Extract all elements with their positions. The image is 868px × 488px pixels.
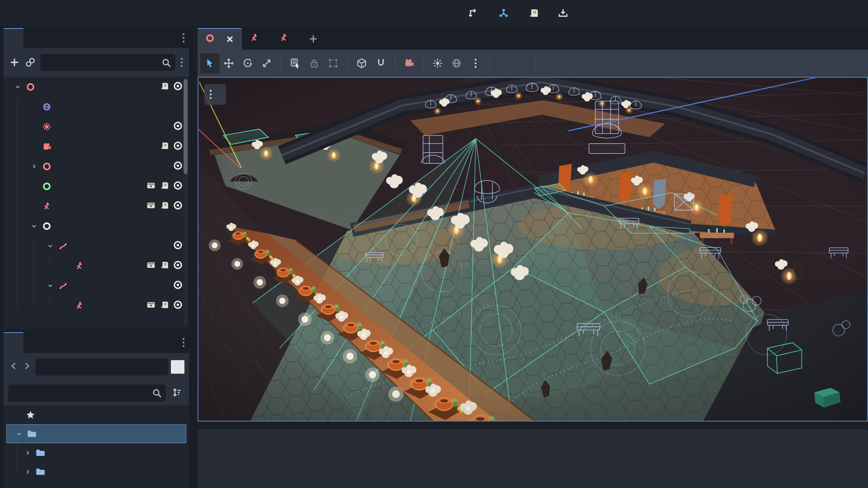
visibility-icon[interactable]: [173, 81, 183, 93]
chevron-down-icon[interactable]: [44, 283, 56, 288]
visibility-icon[interactable]: [173, 121, 183, 132]
select-tool-button[interactable]: [200, 53, 219, 73]
close-tab-icon[interactable]: ✕: [226, 34, 234, 45]
scene-tab-mushroom[interactable]: [242, 28, 271, 50]
move-tool-button[interactable]: [219, 53, 238, 73]
tree-row-enemymush-2[interactable]: [4, 296, 189, 315]
chevron-right-icon[interactable]: [28, 164, 40, 169]
menu-debug[interactable]: [27, 9, 41, 17]
visibility-icon[interactable]: [173, 300, 183, 311]
sort-files-icon[interactable]: [170, 387, 184, 400]
scene-tree-menu-icon[interactable]: [179, 58, 184, 67]
control-node-icon: [40, 182, 53, 191]
chevron-down-icon[interactable]: [13, 431, 25, 436]
tree-row-level-one[interactable]: [4, 77, 189, 97]
node3d-icon: [206, 34, 214, 45]
visibility-icon[interactable]: [173, 260, 183, 272]
menu-help[interactable]: [54, 9, 68, 17]
preview-environment-button[interactable]: [447, 53, 466, 73]
lock-selected-button[interactable]: [305, 53, 324, 73]
chevron-down-icon[interactable]: [44, 243, 56, 249]
scene-tree: [4, 77, 189, 329]
menu-project[interactable]: [14, 9, 27, 17]
projection-dropdown[interactable]: [204, 84, 226, 105]
output-log[interactable]: [198, 430, 868, 488]
tree-row-directionallight3d[interactable]: [4, 117, 189, 136]
preview-sunlight-button[interactable]: [428, 53, 447, 73]
tree-row-ui[interactable]: [4, 176, 189, 196]
scale-tool-button[interactable]: [257, 53, 276, 73]
scene-filter-input[interactable]: [40, 54, 175, 71]
search-icon: [151, 388, 161, 399]
tab-import[interactable]: [24, 28, 43, 48]
rotate-tool-button[interactable]: [238, 53, 257, 73]
fs-row-assets[interactable]: [4, 443, 189, 462]
tree-row-path3d[interactable]: [4, 236, 189, 256]
tree-row-environment[interactable]: [4, 156, 189, 176]
download-icon: [558, 8, 568, 18]
visibility-icon[interactable]: [173, 141, 183, 152]
characterbody3d-icon: [250, 33, 259, 44]
3d-viewport[interactable]: [198, 77, 868, 422]
filesystem-path-input[interactable]: [35, 358, 168, 375]
workspace-assetlib-button[interactable]: [558, 8, 572, 18]
camera-preview-button[interactable]: [400, 53, 419, 73]
workspace-3d-button[interactable]: [498, 8, 513, 19]
menu-scene[interactable]: [0, 9, 14, 17]
new-scene-tab-icon[interactable]: [301, 28, 326, 50]
fs-row-scenes[interactable]: [4, 462, 189, 481]
filesystem-panel-menu-icon[interactable]: [183, 338, 189, 347]
workspace-2d-button[interactable]: [468, 8, 483, 18]
fs-row-res-root[interactable]: [6, 424, 186, 443]
snap-mode-button[interactable]: [371, 53, 390, 73]
add-node-button[interactable]: [8, 54, 21, 71]
tree-row-player[interactable]: [4, 196, 189, 216]
scene-panel-menu-icon[interactable]: [183, 33, 189, 42]
chevron-down-icon[interactable]: [28, 223, 40, 229]
tree-row-enemymush-1[interactable]: [4, 256, 189, 276]
scene-tree-scrollbar[interactable]: [184, 79, 188, 326]
tree-row-enemies[interactable]: [4, 216, 189, 236]
visibility-icon[interactable]: [173, 161, 183, 172]
tab-filesystem[interactable]: [4, 332, 24, 353]
workspace-script-button[interactable]: [528, 8, 542, 18]
tab-scene[interactable]: [4, 28, 24, 48]
instanced-scene-icon[interactable]: [146, 300, 156, 311]
instanced-scene-icon[interactable]: [146, 201, 156, 211]
instanced-scene-icon[interactable]: [146, 261, 156, 271]
scene-tab-player[interactable]: [271, 28, 301, 50]
fs-row-favorites[interactable]: [4, 405, 189, 424]
instance-scene-button[interactable]: [24, 54, 37, 71]
script-badge-icon[interactable]: [160, 82, 169, 92]
scene-tab-level-one[interactable]: ✕: [198, 28, 242, 50]
script-badge-icon[interactable]: [160, 181, 169, 192]
toggle-split-mode-button[interactable]: [171, 360, 184, 374]
chevron-right-icon[interactable]: [22, 450, 33, 456]
viewport-toolbar: [198, 50, 868, 77]
local-space-button[interactable]: [352, 53, 371, 73]
script-badge-icon[interactable]: [160, 300, 169, 311]
script-badge-icon[interactable]: [160, 261, 169, 271]
visibility-icon[interactable]: [173, 201, 183, 212]
group-selected-button[interactable]: [324, 53, 343, 73]
scene-filter-wrap: [40, 54, 175, 71]
chevron-right-icon[interactable]: [22, 469, 33, 475]
tree-row-path3d2[interactable]: [4, 276, 189, 296]
history-forward-icon[interactable]: [22, 361, 33, 372]
script-badge-icon[interactable]: [160, 201, 169, 211]
visibility-icon[interactable]: [173, 181, 183, 192]
viewport-menu-icon[interactable]: [210, 90, 212, 99]
history-back-icon[interactable]: [8, 361, 19, 372]
chevron-down-icon[interactable]: [12, 84, 24, 89]
visibility-icon[interactable]: [173, 280, 183, 291]
list-select-tool-button[interactable]: [286, 53, 305, 73]
visibility-icon[interactable]: [173, 240, 183, 252]
folder-icon: [33, 448, 47, 457]
tree-row-worldenvironment[interactable]: [4, 97, 189, 117]
file-filter-input[interactable]: [8, 385, 166, 402]
script-badge-icon[interactable]: [160, 141, 169, 152]
menu-editor[interactable]: [41, 9, 54, 17]
tree-row-camera3d[interactable]: [4, 136, 189, 156]
extra-options-menu-icon[interactable]: [466, 53, 485, 73]
instanced-scene-icon[interactable]: [146, 181, 156, 192]
